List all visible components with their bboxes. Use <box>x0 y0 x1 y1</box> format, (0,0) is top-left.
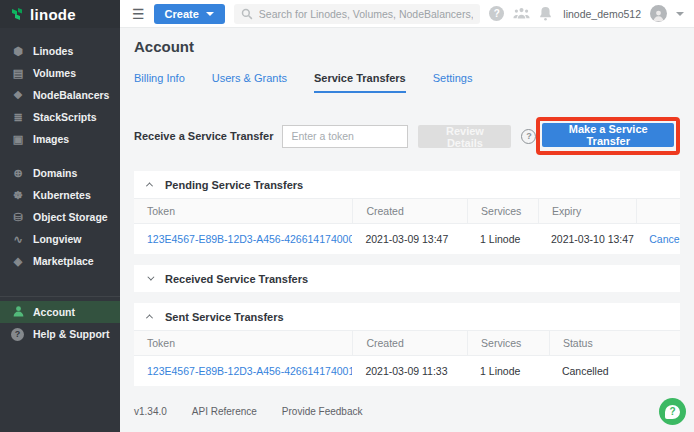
col-token: Token <box>134 331 352 355</box>
sidebar-nav: Linodes Volumes NodeBalancers StackScrip… <box>0 28 120 345</box>
col-actions <box>636 199 680 223</box>
sent-table-header: Token Created Services Status <box>134 330 680 356</box>
help-circle-icon: ? <box>11 328 25 341</box>
sidebar-item-account[interactable]: Account <box>0 301 120 323</box>
col-created: Created <box>352 331 467 355</box>
review-details-button[interactable]: Review Details <box>418 125 511 148</box>
help-chat-button[interactable]: ? <box>659 398 686 425</box>
pending-services-cell: 1 Linode <box>467 233 538 245</box>
sent-created-cell: 2021-03-09 11:33 <box>352 365 467 377</box>
token-input[interactable] <box>282 125 408 148</box>
sidebar: linode Linodes Volumes NodeBalancers <box>0 0 120 432</box>
sidebar-item-domains[interactable]: Domains <box>0 162 120 184</box>
user-avatar[interactable] <box>650 5 667 22</box>
tab-users-grants[interactable]: Users & Grants <box>212 72 287 93</box>
sidebar-item-volumes[interactable]: Volumes <box>0 62 120 84</box>
marketplace-icon <box>11 256 25 267</box>
stackscripts-icon <box>11 112 25 123</box>
main-area: ☰ Create ? l <box>120 0 694 432</box>
sidebar-item-help-support[interactable]: ? Help & Support <box>0 323 120 345</box>
content-area: Account Billing Info Users & Grants Serv… <box>120 28 694 432</box>
chevron-down-icon <box>206 12 214 16</box>
global-search[interactable] <box>234 4 481 24</box>
pending-expiry-cell: 2021-03-10 13:47 <box>538 233 636 245</box>
username-label: linode_demo512 <box>563 8 641 20</box>
footer: v1.34.0 API Reference Provide Feedback <box>134 406 680 417</box>
topbar: ☰ Create ? l <box>120 0 694 28</box>
col-expiry: Expiry <box>538 199 636 223</box>
sent-transfers-panel: Sent Service Transfers Token Created Ser… <box>134 303 680 386</box>
linode-logo[interactable]: linode <box>0 0 120 28</box>
provide-feedback-link[interactable]: Provide Feedback <box>282 406 363 417</box>
sent-services-cell: 1 Linode <box>467 365 549 377</box>
linode-cube-icon <box>11 46 25 57</box>
user-menu-chevron-icon[interactable] <box>676 12 684 16</box>
col-token: Token <box>134 199 352 223</box>
pending-transfers-title: Pending Service Transfers <box>165 179 303 191</box>
nodebalancers-icon <box>11 90 25 101</box>
annotation-highlight-box: Make a Service Transfer <box>536 117 680 155</box>
longview-pulse-icon <box>11 234 25 245</box>
domains-globe-icon <box>11 168 25 179</box>
col-created: Created <box>352 199 467 223</box>
pending-token-link[interactable]: 123E4567-E89B-12D3-A456-426614174000 <box>147 233 352 245</box>
sidebar-item-images[interactable]: Images <box>0 128 120 150</box>
volumes-icon <box>11 68 25 79</box>
sent-table-row: 123E4567-E89B-12D3-A456-426614174001 202… <box>134 356 680 386</box>
pending-created-cell: 2021-03-09 13:47 <box>352 233 467 245</box>
sidebar-item-stackscripts[interactable]: StackScripts <box>0 106 120 128</box>
object-storage-icon <box>11 212 25 223</box>
sidebar-item-nodebalancers[interactable]: NodeBalancers <box>0 84 120 106</box>
page-title: Account <box>134 38 680 55</box>
pending-transfers-header[interactable]: Pending Service Transfers <box>134 171 680 198</box>
sent-status-cell: Cancelled <box>549 365 680 377</box>
images-icon <box>11 134 25 145</box>
kubernetes-helm-icon <box>11 190 25 201</box>
tab-service-transfers[interactable]: Service Transfers <box>314 72 406 93</box>
col-services: Services <box>467 199 538 223</box>
sidebar-item-linodes[interactable]: Linodes <box>0 40 120 62</box>
hamburger-menu-icon[interactable]: ☰ <box>132 7 145 21</box>
help-chat-bubble-icon: ? <box>665 405 680 419</box>
search-icon <box>241 8 253 20</box>
received-transfers-header[interactable]: Received Service Transfers <box>134 265 680 292</box>
account-person-icon <box>11 305 25 320</box>
api-reference-link[interactable]: API Reference <box>192 406 257 417</box>
receive-transfer-row: Receive a Service Transfer Review Detail… <box>134 117 680 155</box>
sidebar-item-marketplace[interactable]: Marketplace <box>0 250 120 272</box>
chevron-up-icon <box>146 314 153 321</box>
sidebar-item-kubernetes[interactable]: Kubernetes <box>0 184 120 206</box>
notifications-bell-icon[interactable] <box>539 6 552 21</box>
account-tabs: Billing Info Users & Grants Service Tran… <box>134 72 680 93</box>
search-input[interactable] <box>259 8 474 20</box>
sent-token-link[interactable]: 123E4567-E89B-12D3-A456-426614174001 <box>147 365 352 377</box>
tab-settings[interactable]: Settings <box>433 72 473 93</box>
app-version-label: v1.34.0 <box>134 406 167 417</box>
help-icon[interactable]: ? <box>489 6 504 21</box>
received-transfers-panel: Received Service Transfers <box>134 265 680 292</box>
tab-billing-info[interactable]: Billing Info <box>134 72 185 93</box>
pending-table-header: Token Created Services Expiry <box>134 198 680 224</box>
sidebar-item-object-storage[interactable]: Object Storage <box>0 206 120 228</box>
community-icon[interactable] <box>513 7 530 20</box>
logo-text: linode <box>30 6 76 23</box>
linode-logo-icon <box>9 6 25 22</box>
sent-transfers-title: Sent Service Transfers <box>165 311 284 323</box>
make-service-transfer-button[interactable]: Make a Service Transfer <box>542 123 674 147</box>
sent-transfers-header[interactable]: Sent Service Transfers <box>134 303 680 330</box>
create-button[interactable]: Create <box>154 4 225 24</box>
received-transfers-title: Received Service Transfers <box>165 273 308 285</box>
col-services: Services <box>467 331 549 355</box>
cancel-transfer-link[interactable]: Cancel <box>649 233 680 245</box>
col-status: Status <box>549 331 680 355</box>
app-window: linode Linodes Volumes NodeBalancers <box>0 0 694 432</box>
chevron-up-icon <box>146 182 153 189</box>
sidebar-item-longview[interactable]: Longview <box>0 228 120 250</box>
pending-transfers-panel: Pending Service Transfers Token Created … <box>134 171 680 254</box>
chevron-down-icon <box>147 274 154 281</box>
token-help-icon[interactable]: ? <box>521 129 536 144</box>
pending-table-row: 123E4567-E89B-12D3-A456-426614174000 202… <box>134 224 680 254</box>
receive-transfer-label: Receive a Service Transfer <box>134 130 273 142</box>
